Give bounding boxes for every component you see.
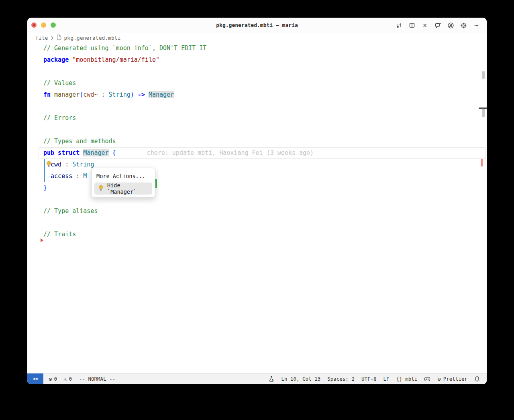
breadcrumb-folder[interactable]: file bbox=[35, 35, 48, 41]
code-token-plain bbox=[69, 56, 72, 63]
remote-icon: >< bbox=[33, 376, 37, 381]
account-icon[interactable] bbox=[446, 20, 455, 30]
prettier-label: Prettier bbox=[443, 376, 467, 382]
breadcrumb-file[interactable]: pkg.generated.mbti bbox=[64, 35, 121, 41]
problems-status[interactable]: ⊗ 0 ⚠ 0 bbox=[49, 376, 72, 382]
statusbar: >< ⊗ 0 ⚠ 0 -- NORMAL -- Ln 10, Col 13 Sp… bbox=[27, 373, 487, 384]
slash-circle-icon: ⊘ bbox=[437, 376, 441, 382]
overview-ruler-highlight-mark bbox=[482, 71, 485, 79]
lightbulb-icon[interactable] bbox=[46, 161, 52, 169]
file-icon bbox=[57, 34, 61, 41]
statusbar-left: ⊗ 0 ⚠ 0 -- NORMAL -- bbox=[43, 376, 115, 382]
code-token-brace: ) bbox=[131, 91, 134, 98]
code-token-brace: } bbox=[43, 184, 47, 191]
code-token-field: access bbox=[51, 172, 72, 180]
compare-changes-icon[interactable] bbox=[394, 20, 404, 30]
code-lines: // Generated using `moon info`, DON'T ED… bbox=[43, 43, 487, 240]
chevron-right-icon: ❯ bbox=[51, 35, 53, 41]
cursor-position-status[interactable]: Ln 10, Col 13 bbox=[281, 376, 320, 382]
code-line[interactable]: // Values bbox=[43, 77, 487, 89]
menu-item-label: Hide `Manager` bbox=[107, 182, 149, 195]
code-token-keyword: package bbox=[43, 56, 69, 63]
errors-icon: ⊗ bbox=[49, 376, 52, 382]
warnings-count: 0 bbox=[69, 376, 72, 382]
code-line[interactable]: package "moonbitlang/maria/file" bbox=[43, 54, 487, 66]
warnings-icon: ⚠ bbox=[63, 376, 67, 382]
code-token-keyword: fn bbox=[43, 91, 51, 98]
titlebar: pkg.generated.mbti — maria × ⋯ bbox=[27, 18, 487, 33]
code-token-plain bbox=[51, 91, 54, 98]
code-token-comment: // Types and methods bbox=[43, 138, 116, 145]
overview-ruler-highlight-mark bbox=[482, 109, 485, 117]
code-token-type: String bbox=[109, 91, 131, 98]
code-token-type: Manager bbox=[149, 91, 174, 98]
code-token-type: String bbox=[72, 161, 94, 168]
breadcrumb: file ❯ pkg.generated.mbti bbox=[27, 33, 487, 43]
code-token-plain bbox=[80, 149, 83, 156]
eol-status[interactable]: LF bbox=[383, 376, 390, 382]
statusbar-right: Ln 10, Col 13 Spaces: 2 UTF-8 LF {} mbti… bbox=[269, 376, 487, 382]
code-line[interactable]: // Traits bbox=[43, 229, 487, 240]
code-token-string: "moonbitlang/maria/file" bbox=[72, 56, 159, 63]
code-line[interactable]: fn manager(cwd~ : String) -> Manager bbox=[43, 89, 487, 101]
chat-add-icon[interactable] bbox=[433, 20, 443, 30]
hide-manager-menu-item[interactable]: Hide `Manager` bbox=[94, 183, 152, 195]
code-line[interactable]: // Types and methods bbox=[43, 136, 487, 147]
code-token-plain bbox=[109, 149, 112, 156]
remote-indicator[interactable]: >< bbox=[27, 373, 43, 385]
vim-mode-indicator: -- NORMAL -- bbox=[79, 376, 115, 382]
code-line[interactable] bbox=[43, 217, 487, 229]
code-token-plain bbox=[43, 172, 51, 180]
editor[interactable]: // Generated using `moon info`, DON'T ED… bbox=[27, 43, 487, 373]
code-token-op: -> bbox=[138, 91, 145, 98]
code-token-keyword: pub struct bbox=[43, 149, 80, 156]
code-token-field: cwd bbox=[51, 161, 61, 168]
code-line[interactable]: // Errors bbox=[43, 112, 487, 124]
code-token-comment: // Generated using `moon info`, DON'T ED… bbox=[43, 45, 206, 52]
errors-count: 0 bbox=[54, 376, 57, 382]
code-token-comment: // Errors bbox=[43, 114, 76, 122]
language-mode-status[interactable]: {} mbti bbox=[396, 376, 418, 382]
code-token-punct: : bbox=[72, 172, 83, 180]
more-actions-icon[interactable]: ⋯ bbox=[471, 20, 481, 30]
last-edit-marker-icon bbox=[41, 238, 43, 242]
code-line[interactable]: // Type aliases bbox=[43, 205, 487, 217]
lightbulb-icon bbox=[98, 185, 104, 193]
close-editor-icon[interactable]: × bbox=[420, 20, 430, 30]
code-token-plain bbox=[134, 91, 138, 98]
code-action-popup: More Actions... Hide `Manager` bbox=[91, 168, 155, 198]
flask-icon[interactable] bbox=[269, 376, 274, 382]
overview-ruler-error-mark bbox=[481, 159, 483, 166]
code-token-brace: ( bbox=[80, 91, 83, 98]
code-token-func: manager bbox=[54, 91, 80, 98]
code-token-type: Manager bbox=[83, 149, 108, 156]
code-token-brace: { bbox=[112, 149, 116, 156]
code-token-comment: // Traits bbox=[43, 231, 76, 238]
code-line[interactable] bbox=[43, 66, 487, 77]
notifications-bell-icon[interactable] bbox=[474, 376, 480, 382]
code-token-blame: chore: update mbti, Haoxiang Fei (3 week… bbox=[147, 149, 314, 156]
code-token-param: cwd~ bbox=[83, 91, 98, 98]
encoding-status[interactable]: UTF-8 bbox=[361, 376, 377, 382]
code-line[interactable] bbox=[43, 124, 487, 136]
more-actions-menu-item[interactable]: More Actions... bbox=[94, 171, 152, 183]
code-line[interactable] bbox=[43, 101, 487, 112]
vscode-window: pkg.generated.mbti — maria × ⋯ file ❯ bbox=[27, 18, 487, 384]
code-token-type: M bbox=[83, 172, 87, 180]
titlebar-actions: × ⋯ bbox=[394, 18, 481, 33]
code-line[interactable]: // Generated using `moon info`, DON'T ED… bbox=[43, 43, 487, 54]
code-token-comment: // Type aliases bbox=[43, 207, 98, 215]
settings-gear-icon[interactable] bbox=[459, 20, 468, 30]
code-line[interactable]: pub struct Manager {chore: update mbti, … bbox=[43, 147, 487, 159]
indentation-status[interactable]: Spaces: 2 bbox=[327, 376, 355, 382]
prettier-status[interactable]: ⊘ Prettier bbox=[437, 376, 467, 382]
code-token-punct: : bbox=[98, 91, 108, 98]
copilot-icon[interactable] bbox=[424, 376, 430, 382]
code-token-punct: : bbox=[61, 161, 72, 168]
code-token-plain bbox=[145, 91, 149, 98]
split-editor-icon[interactable] bbox=[407, 20, 417, 30]
code-token-comment: // Values bbox=[43, 79, 76, 87]
